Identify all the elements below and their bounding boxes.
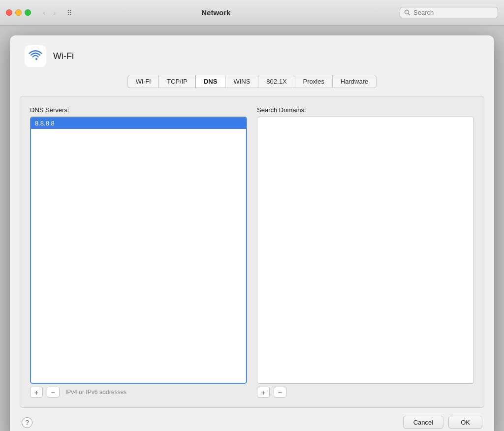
wifi-icon-wrapper: [25, 45, 46, 67]
search-input[interactable]: [413, 9, 492, 16]
traffic-lights: [6, 9, 31, 16]
help-button[interactable]: ?: [22, 417, 32, 428]
maximize-button[interactable]: [25, 9, 31, 16]
search-domains-add-button[interactable]: +: [257, 387, 270, 398]
dns-section: DNS Servers: 8.8.8.8 + − IPv4 or IPv6 ad…: [30, 106, 474, 398]
dns-servers-label: DNS Servers:: [30, 106, 247, 114]
svg-point-0: [405, 10, 409, 14]
tab-proxies[interactable]: Proxies: [295, 75, 332, 88]
search-domains-label: Search Domains:: [257, 106, 474, 114]
search-domains-list[interactable]: [257, 117, 474, 384]
search-bar[interactable]: [400, 7, 498, 18]
tab-hardware[interactable]: Hardware: [332, 75, 377, 88]
tab-8021x[interactable]: 802.1X: [258, 75, 294, 88]
search-domains-buttons-row: + −: [257, 387, 474, 398]
tabs: Wi-Fi TCP/IP DNS WINS 802.1X Proxies Har…: [20, 75, 484, 88]
tab-wifi[interactable]: Wi-Fi: [127, 75, 158, 88]
search-domains-remove-button[interactable]: −: [274, 387, 286, 398]
search-domains-col: Search Domains: + −: [257, 106, 474, 398]
footer-buttons: Cancel OK: [403, 416, 482, 429]
dns-add-button[interactable]: +: [30, 387, 43, 398]
main-content: Wi-Fi Wi-Fi TCP/IP DNS WINS 802.1X Proxi…: [0, 26, 504, 431]
content-panel: DNS Servers: 8.8.8.8 + − IPv4 or IPv6 ad…: [20, 96, 484, 408]
tab-tcpip[interactable]: TCP/IP: [158, 75, 195, 88]
svg-line-1: [409, 14, 410, 16]
cancel-button[interactable]: Cancel: [403, 416, 443, 429]
titlebar: ‹ › ⠿ Network: [0, 0, 504, 26]
ok-button[interactable]: OK: [448, 416, 482, 429]
tab-wins[interactable]: WINS: [225, 75, 258, 88]
titlebar-title: Network: [36, 8, 396, 17]
dns-buttons-row: + − IPv4 or IPv6 addresses: [30, 387, 247, 398]
minimize-button[interactable]: [15, 9, 22, 16]
dialog: Wi-Fi Wi-Fi TCP/IP DNS WINS 802.1X Proxi…: [10, 35, 494, 431]
search-icon: [404, 9, 410, 16]
dialog-header-title: Wi-Fi: [53, 51, 74, 62]
close-button[interactable]: [6, 9, 12, 16]
dns-servers-col: DNS Servers: 8.8.8.8 + − IPv4 or IPv6 ad…: [30, 106, 247, 398]
wifi-icon: [28, 48, 43, 65]
tab-dns[interactable]: DNS: [195, 75, 225, 88]
dns-remove-button[interactable]: −: [47, 387, 60, 398]
dialog-header: Wi-Fi: [20, 45, 484, 67]
dialog-footer: ? Cancel OK: [20, 416, 484, 429]
dns-hint-text: IPv4 or IPv6 addresses: [65, 389, 126, 396]
dns-servers-list[interactable]: 8.8.8.8: [30, 117, 247, 384]
dns-entry-item[interactable]: 8.8.8.8: [31, 118, 246, 129]
